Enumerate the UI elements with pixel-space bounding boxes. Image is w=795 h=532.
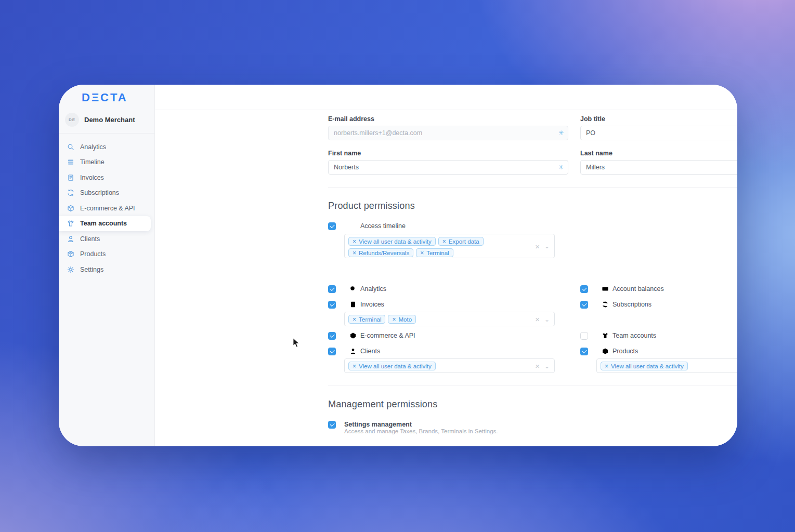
- remove-tag-icon[interactable]: ×: [353, 316, 356, 323]
- permission-row-account-balances: Account balances: [580, 285, 664, 293]
- remove-tag-icon[interactable]: ×: [420, 250, 424, 256]
- products-checkbox[interactable]: [580, 348, 588, 355]
- products-multiselect[interactable]: ×View all user data & activity ×⌄: [596, 358, 737, 373]
- sidebar-menu: Analytics Timeline Invoices Subscription…: [59, 139, 154, 277]
- sidebar-item-timeline[interactable]: Timeline: [59, 155, 154, 170]
- sidebar-item-team-accounts[interactable]: Team accounts: [59, 216, 151, 232]
- top-bar: [155, 85, 737, 110]
- first-name-label: First name: [328, 150, 361, 157]
- team-accounts-checkbox[interactable]: [580, 332, 588, 340]
- remove-tag-icon[interactable]: ×: [392, 316, 396, 323]
- field-spinner-icon: ✳: [558, 164, 564, 171]
- tag[interactable]: ×Export data: [438, 237, 484, 246]
- gear-icon: [67, 266, 74, 273]
- tag[interactable]: ×Refunds/Reversals: [348, 248, 413, 257]
- invoices-multiselect[interactable]: ×Terminal ×Moto ×⌄: [344, 312, 555, 326]
- job-title-field[interactable]: PO: [580, 126, 737, 140]
- management-permissions-title: Management permissions: [328, 399, 438, 410]
- merchant-switcher[interactable]: DE Demo Merchant: [65, 113, 135, 127]
- merchant-name: Demo Merchant: [84, 116, 135, 124]
- sidebar-item-label: Products: [80, 250, 106, 258]
- clients-multiselect[interactable]: ×View all user data & activity ×⌄: [344, 358, 555, 373]
- access-timeline-checkbox[interactable]: [328, 222, 336, 230]
- email-label: E-mail address: [328, 115, 374, 123]
- document-icon: [349, 301, 357, 308]
- sidebar-item-ecommerce-api[interactable]: E-commerce & API: [59, 201, 154, 216]
- permission-row-clients: Clients: [328, 347, 380, 355]
- decta-logo: DΞCTA: [82, 91, 128, 104]
- tag[interactable]: ×Terminal: [348, 315, 385, 324]
- settings-management-checkbox[interactable]: [328, 421, 336, 429]
- shirt-icon: [602, 332, 609, 339]
- banknote-icon: [602, 285, 609, 292]
- clear-icon[interactable]: ×: [535, 315, 540, 323]
- sidebar-item-products[interactable]: Products: [59, 247, 154, 262]
- box-icon: [67, 250, 74, 258]
- clear-icon[interactable]: ×: [535, 242, 540, 250]
- sidebar-item-analytics[interactable]: Analytics: [59, 139, 154, 155]
- sidebar-item-label: E-commerce & API: [80, 205, 135, 212]
- email-field[interactable]: norberts.millers+1@decta.com ✳: [328, 126, 568, 140]
- permission-label: E-commerce & API: [360, 332, 415, 339]
- chevron-down-icon[interactable]: ⌄: [544, 316, 550, 322]
- account-balances-checkbox[interactable]: [580, 285, 588, 293]
- tag[interactable]: ×View all user data & activity: [348, 237, 436, 246]
- sidebar-item-subscriptions[interactable]: Subscriptions: [59, 185, 154, 201]
- clients-checkbox[interactable]: [328, 348, 336, 355]
- shirt-icon: [67, 220, 74, 227]
- permission-row-team-accounts: Team accounts: [580, 331, 656, 340]
- clear-icon[interactable]: ×: [535, 362, 540, 370]
- refresh-icon: [602, 301, 609, 308]
- permission-row-analytics: Analytics: [328, 285, 386, 293]
- sidebar-item-settings[interactable]: Settings: [59, 262, 154, 277]
- product-permissions-title: Product permissions: [328, 201, 415, 211]
- sidebar-item-label: Analytics: [80, 143, 106, 151]
- sidebar-item-invoices[interactable]: Invoices: [59, 170, 154, 185]
- ecommerce-checkbox[interactable]: [328, 332, 336, 340]
- permission-label: Account balances: [612, 285, 664, 292]
- permission-label: Products: [612, 348, 638, 355]
- person-icon: [67, 235, 74, 243]
- permission-label: Team accounts: [612, 332, 656, 339]
- settings-management-description: Access and manage Taxes, Brands, Termina…: [344, 428, 498, 434]
- remove-tag-icon[interactable]: ×: [353, 238, 356, 245]
- permission-label: Settings management: [344, 421, 412, 428]
- main-panel: E-mail address norberts.millers+1@decta.…: [155, 85, 737, 446]
- stack-icon: [67, 158, 74, 166]
- search-icon: [349, 285, 357, 292]
- sidebar-item-label: Invoices: [80, 174, 104, 181]
- chevron-down-icon[interactable]: ⌄: [544, 363, 550, 369]
- sidebar-item-label: Timeline: [80, 158, 105, 166]
- remove-tag-icon[interactable]: ×: [605, 363, 608, 369]
- cube-icon: [349, 332, 357, 339]
- remove-tag-icon[interactable]: ×: [353, 363, 356, 369]
- tag[interactable]: ×View all user data & activity: [601, 362, 688, 370]
- sidebar: DΞCTA DE Demo Merchant Analytics Timelin…: [59, 85, 155, 446]
- sidebar-item-clients[interactable]: Clients: [59, 231, 154, 247]
- chevron-down-icon[interactable]: ⌄: [544, 243, 550, 249]
- section-divider: [328, 187, 737, 188]
- cube-icon: [67, 205, 74, 212]
- access-timeline-multiselect[interactable]: ×View all user data & activity ×Export d…: [344, 234, 555, 258]
- remove-tag-icon[interactable]: ×: [353, 250, 356, 256]
- permission-label: Analytics: [360, 285, 386, 292]
- box-icon: [602, 348, 609, 355]
- tag[interactable]: ×View all user data & activity: [348, 362, 436, 370]
- invoices-checkbox[interactable]: [328, 301, 336, 309]
- last-name-field[interactable]: Millers ✳: [580, 160, 737, 175]
- mouse-cursor: [293, 338, 300, 348]
- job-title-label: Job title: [580, 115, 605, 123]
- sidebar-item-label: Subscriptions: [80, 189, 119, 196]
- tag[interactable]: ×Moto: [388, 315, 416, 324]
- permission-row-settings-management: Settings management: [328, 420, 412, 429]
- subscriptions-checkbox[interactable]: [580, 301, 588, 309]
- permission-row-products: Products: [580, 347, 638, 355]
- refresh-icon: [67, 189, 74, 196]
- analytics-checkbox[interactable]: [328, 285, 336, 293]
- remove-tag-icon[interactable]: ×: [442, 238, 446, 245]
- first-name-field[interactable]: Norberts ✳: [328, 160, 568, 175]
- permission-label: Invoices: [360, 301, 384, 308]
- select-controls: ×⌄: [535, 362, 550, 370]
- sidebar-divider: [59, 133, 154, 134]
- tag[interactable]: ×Terminal: [416, 248, 453, 257]
